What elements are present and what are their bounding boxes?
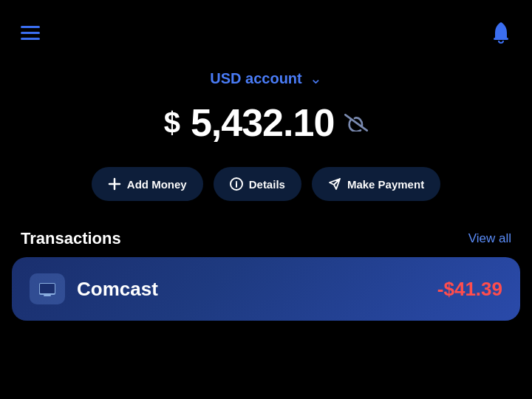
balance-amount: 5,432.10	[191, 100, 334, 145]
plus-icon	[108, 177, 121, 191]
add-money-button[interactable]: Add Money	[92, 167, 203, 201]
action-buttons-group: Add Money Details Make Payment	[21, 167, 511, 201]
transaction-name: Comcast	[77, 278, 158, 301]
account-selector[interactable]: USD account ⌄	[210, 69, 321, 87]
app-header	[0, 0, 532, 52]
details-label: Details	[249, 178, 285, 191]
view-all-button[interactable]: View all	[468, 231, 511, 246]
notification-bell-icon[interactable]	[491, 21, 511, 44]
transaction-left: Comcast	[30, 273, 158, 304]
currency-symbol: $	[164, 106, 180, 140]
add-money-label: Add Money	[127, 178, 187, 191]
account-selector-label: USD account	[210, 70, 301, 87]
transactions-title: Transactions	[21, 229, 121, 248]
tv-icon	[37, 279, 58, 299]
svg-rect-0	[494, 38, 508, 40]
make-payment-label: Make Payment	[347, 178, 424, 191]
make-payment-button[interactable]: Make Payment	[312, 167, 440, 201]
chevron-down-icon: ⌄	[310, 69, 322, 87]
balance-row: $ 5,432.10	[164, 100, 369, 145]
account-section: USD account ⌄ $ 5,432.10 Add Money Detai…	[0, 52, 532, 208]
transaction-icon	[30, 273, 65, 304]
transactions-header: Transactions View all	[0, 208, 532, 257]
transaction-amount: -$41.39	[437, 278, 502, 301]
visibility-toggle-button[interactable]	[344, 114, 368, 132]
info-icon	[230, 177, 243, 191]
svg-rect-3	[44, 295, 51, 296]
menu-icon[interactable]	[21, 26, 40, 40]
details-button[interactable]: Details	[214, 167, 301, 201]
svg-rect-4	[40, 284, 55, 293]
send-icon	[328, 177, 341, 191]
transaction-card[interactable]: Comcast -$41.39	[12, 257, 520, 321]
